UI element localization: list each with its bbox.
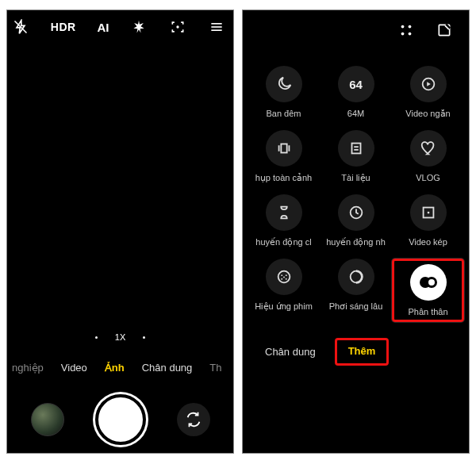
camera-main-screen: HDR AI [6,10,234,454]
zoom-value[interactable]: 1X [115,332,125,342]
mode-label: hụp toàn cảnh [255,173,313,183]
mode-label: Phân thân [408,307,447,316]
mode-64m[interactable]: 64 64M [320,66,392,119]
mode-vlog[interactable]: VLOG [392,130,464,183]
dual-video-icon [420,204,437,221]
mode-documents[interactable]: Tài liệu [320,130,392,183]
mode-short-video[interactable]: Video ngắn [392,66,464,119]
mode-slow-motion[interactable]: huyển động cl [248,194,320,247]
hdr-toggle[interactable]: HDR [51,21,76,33]
mode-long-exposure[interactable]: Phơi sáng lâu [320,259,392,322]
zoom-dot-wide[interactable] [95,336,98,339]
mode-timelapse[interactable]: huyển động nh [320,194,392,247]
mode-portrait[interactable]: Chân dung [142,362,193,374]
svg-rect-13 [351,144,360,154]
mode-label: VLOG [416,173,440,182]
svg-point-20 [281,274,282,276]
mode-label: Video ngắn [405,109,450,119]
hourglass-icon [275,204,293,221]
panorama-icon [275,140,293,157]
moon-icon [275,75,293,93]
mode-pro[interactable]: nghiệp [12,362,44,374]
mode-selector[interactable]: Chân dung Thêm [243,338,469,366]
svg-marker-11 [427,82,431,86]
timelapse-icon [347,204,365,221]
svg-point-7 [401,33,405,36]
top-controls-right [243,10,469,44]
top-controls: HDR AI [7,10,233,40]
flash-off-icon[interactable] [12,18,29,36]
mode-movie-effects[interactable]: Hiệu ứng phim [248,259,320,322]
switch-camera-button[interactable] [177,403,210,436]
mode-panorama[interactable]: hụp toàn cảnh [248,130,320,183]
mode-label: huyển động nh [326,237,386,247]
document-icon [347,140,365,157]
viewfinder[interactable] [7,44,233,342]
mode-portrait[interactable]: Chân dung [265,346,316,358]
long-exposure-icon [347,268,365,286]
mode-more-highlighted[interactable]: Thêm [335,338,390,366]
camera-more-modes-screen: Ban đêm 64 64M Video ngắn [242,10,470,454]
gallery-thumbnail[interactable] [31,403,64,436]
svg-point-5 [401,25,405,29]
svg-point-21 [285,274,286,276]
mode-selector[interactable]: nghiệp Video Ảnh Chân dung Th [7,362,233,374]
mode-photo[interactable]: Ảnh [105,362,125,374]
modes-grid: Ban đêm 64 64M Video ngắn [248,66,464,322]
mode-extra[interactable]: Th [209,362,221,374]
mode-clone-highlighted[interactable]: Phân thân [392,259,464,322]
svg-point-24 [283,277,285,278]
mode-label: huyển động cl [255,237,311,247]
svg-rect-12 [281,144,286,153]
svg-point-6 [409,25,412,29]
svg-point-8 [409,33,412,36]
clone-icon [420,275,437,290]
svg-point-23 [285,278,286,280]
shutter-button[interactable] [95,394,146,445]
zoom-controls[interactable]: 1X [7,332,233,342]
google-lens-icon[interactable] [169,18,186,36]
bottom-bar [7,394,233,445]
mode-dual-video[interactable]: Video kép [392,194,464,247]
ai-toggle[interactable]: AI [98,21,109,34]
svg-point-22 [281,278,282,280]
svg-point-1 [176,25,178,28]
mode-label: Hiệu ứng phim [255,301,313,312]
svg-point-18 [427,212,429,214]
mode-night[interactable]: Ban đêm [248,66,320,119]
mode-video[interactable]: Video [61,362,87,374]
effects-icon [275,268,293,286]
mode-label: Video kép [409,237,447,247]
hamburger-menu-icon[interactable] [208,18,225,36]
64m-icon: 64 [349,78,363,91]
filters-icon[interactable] [130,18,148,36]
edit-icon[interactable] [436,21,453,39]
mode-label: Tài liệu [341,173,370,183]
mode-label: Phơi sáng lâu [329,301,383,312]
vlog-heart-icon [420,140,437,157]
zoom-dot-tele[interactable] [143,336,145,339]
mode-label: 64M [347,109,364,118]
mode-label: Ban đêm [266,109,301,118]
layout-grid-icon[interactable] [397,21,415,39]
play-circle-icon [420,75,437,93]
